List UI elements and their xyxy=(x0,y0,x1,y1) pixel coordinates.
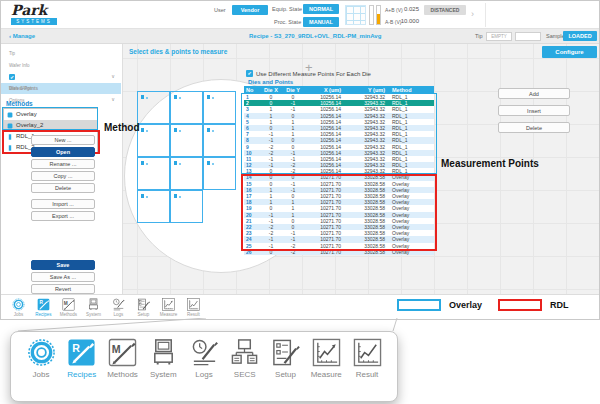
use-different-points-checkbox[interactable]: ✔ xyxy=(246,70,253,77)
user-role-button[interactable]: Vendor xyxy=(232,5,268,15)
callout-item-label: Jobs xyxy=(21,370,61,379)
proc-state-label: Proc. State xyxy=(274,19,301,25)
wafer-die[interactable] xyxy=(137,124,170,157)
equip-state-value[interactable]: NORMAL xyxy=(303,4,339,14)
sidebar-tree-item[interactable]: Tip xyxy=(1,48,121,59)
points-action-button[interactable]: Insert xyxy=(498,105,570,116)
toolbar-item[interactable]: Logs xyxy=(106,296,131,317)
system-icon xyxy=(87,298,100,311)
sidebar-button[interactable]: Open xyxy=(31,147,95,157)
callout-item-label: SECS xyxy=(225,370,265,379)
sidebar-tree-item[interactable]: Wafer Info∨ xyxy=(1,60,121,71)
wafer-die[interactable] xyxy=(203,157,236,190)
callout-toolbar-item[interactable]: SECS xyxy=(225,338,265,379)
wafer-die[interactable] xyxy=(170,157,203,190)
method-annotation-label: Method xyxy=(104,122,140,133)
sample-state-button[interactable]: LOADED xyxy=(563,31,597,41)
distanced-button[interactable]: DISTANCED xyxy=(424,5,466,15)
svg-text:M: M xyxy=(112,343,121,355)
callout-toolbar-item[interactable]: Measure xyxy=(306,338,346,379)
measurement-points-annotation-label: Measurement Points xyxy=(441,158,539,169)
callout-item-label: Measure xyxy=(306,370,346,379)
legend-label: Overlay xyxy=(449,300,482,310)
wafer-die[interactable] xyxy=(170,124,203,157)
dies-and-points-label: Dies and Points xyxy=(248,79,293,85)
configure-button[interactable]: Configure xyxy=(542,46,597,58)
wafer-die[interactable] xyxy=(203,124,236,157)
sidebar-tree-item[interactable]: Dies & Points xyxy=(1,83,121,94)
brand-name: Park xyxy=(11,4,57,17)
sidebar-tree-item[interactable]: ✔Wafer Align∨ xyxy=(1,71,121,82)
a-plus-b-value: 0.025 xyxy=(399,6,419,12)
sidebar-button[interactable]: Rename ... xyxy=(31,159,95,169)
tree-item-label: Dies & Points xyxy=(9,83,121,94)
sidebar-save-button[interactable]: Save As ... xyxy=(31,272,95,282)
points-action-button[interactable]: Delete xyxy=(498,122,570,133)
system-icon xyxy=(149,338,178,367)
back-manage-link[interactable]: ‹ Manage xyxy=(9,33,35,39)
jobs-icon xyxy=(12,298,25,311)
signal-level-bar xyxy=(376,5,381,25)
toolbar-item[interactable]: Result xyxy=(181,296,206,317)
setup-icon xyxy=(137,298,150,311)
legend-item: RDL xyxy=(498,299,569,311)
chevron-down-icon[interactable]: ∨ xyxy=(111,94,115,105)
equip-state-label: Equip. State xyxy=(272,6,302,12)
svg-text:R: R xyxy=(73,342,81,354)
callout-item-label: Result xyxy=(347,370,387,379)
chevron-right-icon[interactable]: › xyxy=(471,9,474,19)
tip-state-field[interactable]: EMPTY xyxy=(486,32,512,41)
svg-text:M: M xyxy=(64,301,68,306)
sidebar-button[interactable]: New ... xyxy=(31,135,95,145)
methods-section-label: Methods xyxy=(6,100,33,107)
callout-toolbar-item[interactable]: System xyxy=(143,338,183,379)
callout-toolbar-item[interactable]: R Recipes xyxy=(62,338,102,379)
logs-icon xyxy=(190,338,219,367)
points-action-button[interactable]: Add xyxy=(498,88,570,99)
methods-icon: M xyxy=(108,338,137,367)
sidebar: Tip Wafer Info∨ ✔Wafer Align∨ Dies & Poi… xyxy=(1,44,123,294)
legend-swatch xyxy=(397,299,441,311)
toolbar-item-label: Setup xyxy=(131,312,156,317)
legend-label: RDL xyxy=(550,300,569,310)
callout-toolbar-item[interactable]: M Methods xyxy=(103,338,143,379)
checkbox[interactable]: ✔ xyxy=(9,74,15,80)
toolbar-item[interactable]: M Methods xyxy=(56,296,81,317)
toolbar-item[interactable]: Setup xyxy=(131,296,156,317)
result-icon xyxy=(187,298,200,311)
recipe-name: Recipe - S3_270_9RDL+OVL_RDL-PM_minAvg xyxy=(249,33,381,39)
recipes-icon: R xyxy=(67,338,96,367)
toolbar-item[interactable]: Jobs xyxy=(6,296,31,317)
logs-icon xyxy=(112,298,125,311)
setup-icon xyxy=(271,338,300,367)
sidebar-button[interactable]: Export ... xyxy=(31,211,95,221)
sidebar-save-button[interactable]: Revert xyxy=(31,284,95,294)
wafer-die[interactable] xyxy=(137,190,170,223)
user-label: User xyxy=(214,7,226,13)
sidebar-button[interactable]: Import ... xyxy=(31,199,95,209)
measure-icon xyxy=(312,338,341,367)
tip-field-secondary[interactable] xyxy=(515,32,541,41)
tree-item-label: Tip xyxy=(9,48,121,59)
wafer-die[interactable] xyxy=(170,190,203,223)
sidebar-button[interactable]: Copy ... xyxy=(31,171,95,181)
chevron-down-icon[interactable]: ∨ xyxy=(111,71,115,82)
callout-toolbar-item[interactable]: Setup xyxy=(266,338,306,379)
toolbar-item[interactable]: Measure xyxy=(156,296,181,317)
wafer-die[interactable] xyxy=(137,157,170,190)
callout-item-label: Methods xyxy=(103,370,143,379)
wafer-die[interactable] xyxy=(203,91,236,124)
wafer-die[interactable] xyxy=(137,91,170,124)
sidebar-save-button[interactable]: Save xyxy=(31,260,95,270)
z-position-bar xyxy=(369,5,374,25)
wafer-die[interactable] xyxy=(170,91,203,124)
callout-toolbar-item[interactable]: Jobs xyxy=(21,338,61,379)
secs-icon xyxy=(230,338,259,367)
callout-toolbar-item[interactable]: Logs xyxy=(184,338,224,379)
toolbar-item[interactable]: R Recipes xyxy=(31,296,56,317)
points-annotation-box-top xyxy=(241,93,437,174)
toolbar-item[interactable]: System xyxy=(81,296,106,317)
proc-state-value[interactable]: MANUAL xyxy=(303,17,339,27)
sidebar-button[interactable]: Delete xyxy=(31,183,95,193)
callout-toolbar-item[interactable]: Result xyxy=(347,338,387,379)
